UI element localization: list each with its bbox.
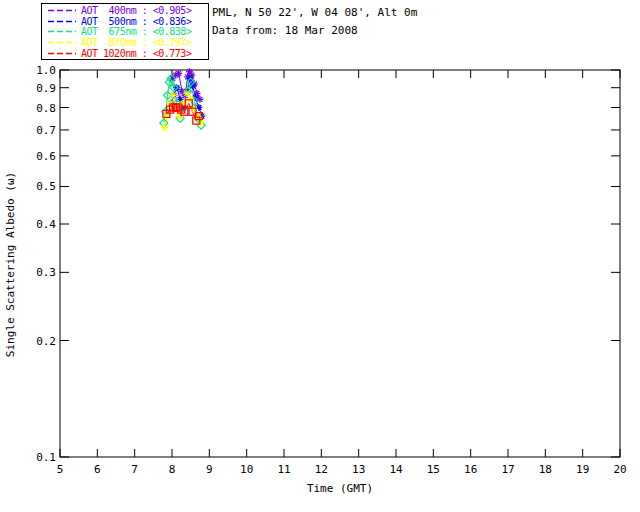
x-tick-label: 11 [277,463,290,476]
x-tick-label: 8 [169,463,176,476]
x-tick-label: 7 [131,463,138,476]
x-tick-label: 17 [501,463,514,476]
legend-item: AOT 500nm : <0.836> [47,16,208,26]
legend-item-label: AOT 400nm : <0.905> [81,5,191,16]
legend-item-label: AOT 870nm : <0.797> [81,37,191,48]
plot-canvas: 5678910111213141516171819201.00.90.80.70… [0,0,640,512]
legend-item: AOT 400nm : <0.905> [47,5,208,15]
legend-item: AOT 675nm : <0.838> [47,27,208,37]
legend-item: AOT 1020nm : <0.773> [47,49,208,59]
x-tick-label: 19 [576,463,589,476]
legend-dash-sample [47,17,77,26]
header-date: Data from: 18 Mar 2008 [212,24,358,37]
legend-item: AOT 870nm : <0.797> [47,38,208,48]
x-tick-label: 20 [613,463,626,476]
legend-item-label: AOT 500nm : <0.836> [81,16,191,27]
y-tick-label: 1.0 [36,64,56,77]
plot-frame [60,70,620,457]
legend-dash-sample [47,27,77,36]
legend-item-label: AOT 675nm : <0.838> [81,26,191,37]
y-tick-label: 0.1 [36,451,56,464]
x-tick-label: 16 [464,463,477,476]
plot-page: 5678910111213141516171819201.00.90.80.70… [0,0,640,512]
x-tick-label: 12 [315,463,328,476]
y-tick-label: 0.5 [36,180,56,193]
y-tick-label: 0.3 [36,266,56,279]
y-axis-label: Single Scattering Albedo (ω) [4,135,17,395]
y-tick-label: 0.4 [36,218,56,231]
y-tick-label: 0.2 [36,335,56,348]
legend-dash-sample [47,38,77,47]
y-tick-label: 0.8 [36,102,56,115]
x-tick-label: 6 [94,463,101,476]
legend-box: AOT 400nm : <0.905>AOT 500nm : <0.836>AO… [41,3,209,60]
x-tick-label: 5 [57,463,64,476]
y-tick-label: 0.7 [36,124,56,137]
y-tick-label: 0.9 [36,82,56,95]
x-tick-label: 18 [539,463,552,476]
y-tick-label: 0.6 [36,150,56,163]
legend-dash-sample [47,49,77,58]
x-tick-label: 10 [240,463,253,476]
x-axis-label: Time (GMT) [230,482,450,495]
legend-dash-sample [47,6,77,15]
x-tick-label: 14 [389,463,403,476]
x-tick-label: 15 [427,463,440,476]
x-tick-label: 13 [352,463,365,476]
header-location: PML, N 50 22', W 04 08', Alt 0m [212,6,417,19]
legend-item-label: AOT 1020nm : <0.773> [81,48,191,59]
x-tick-label: 9 [206,463,213,476]
